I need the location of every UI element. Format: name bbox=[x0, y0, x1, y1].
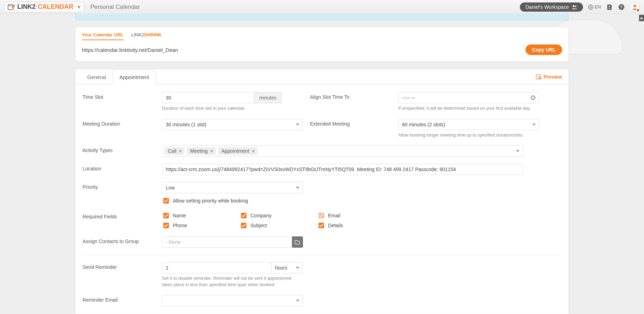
required-company[interactable]: Company bbox=[239, 212, 314, 219]
preview-label: Preview bbox=[543, 74, 562, 80]
label-time-slot: Time Slot bbox=[83, 92, 155, 100]
link2shrink-part1: LINK2 bbox=[131, 32, 144, 37]
info-banner bbox=[75, 14, 569, 20]
required-subject[interactable]: Subject bbox=[239, 222, 314, 229]
app-name-part2: CALENDAR bbox=[38, 3, 73, 11]
label-align-slot: Align Slot Time To bbox=[310, 92, 391, 100]
tab-your-calendar-url[interactable]: Your Calendar URL bbox=[82, 32, 123, 40]
copy-url-button[interactable]: Copy URL bbox=[525, 44, 562, 55]
people-icon bbox=[572, 5, 577, 10]
svg-point-2 bbox=[573, 5, 575, 7]
language-selector[interactable]: EN bbox=[588, 4, 601, 10]
send-reminder-help: Set 0 to disable reminder. Reminder will… bbox=[162, 276, 303, 288]
location-input[interactable] bbox=[162, 164, 523, 175]
required-name[interactable]: Name bbox=[162, 212, 236, 219]
help-icon[interactable]: ? bbox=[618, 4, 625, 11]
top-bar: LINK2CALENDAR ▼ Personal Calendar Daniel… bbox=[0, 0, 644, 14]
label-reminder-email: Reminder Email bbox=[83, 295, 155, 303]
label-send-reminder: Send Reminder bbox=[83, 262, 155, 270]
settings-card: General Appointment Preview Time Slot mi… bbox=[75, 69, 569, 314]
tab-appointment[interactable]: Appointment bbox=[113, 70, 156, 84]
browse-group-button[interactable] bbox=[292, 236, 303, 248]
tag-remove-icon[interactable]: ✕ bbox=[251, 149, 255, 154]
label-required-fields: Required Fields bbox=[83, 212, 155, 219]
calendar-edit-icon bbox=[7, 3, 15, 11]
label-extended-meeting: Extended Meeting bbox=[310, 119, 391, 127]
svg-rect-5 bbox=[607, 4, 612, 10]
svg-point-9 bbox=[633, 4, 636, 7]
svg-line-12 bbox=[540, 78, 541, 79]
svg-point-11 bbox=[538, 77, 540, 78]
app-logo-button[interactable]: LINK2CALENDAR ▼ bbox=[4, 2, 84, 12]
allow-priority-checkbox[interactable] bbox=[163, 198, 169, 204]
align-slot-input[interactable] bbox=[398, 92, 539, 103]
send-reminder-unit-select[interactable]: hours bbox=[271, 262, 303, 273]
workspace-label: Daniel's Workspace bbox=[525, 4, 569, 10]
preview-link[interactable]: Preview bbox=[534, 70, 564, 84]
activity-types-input[interactable]: Call✕ Meeting✕ Appointment✕ bbox=[162, 145, 523, 157]
tag-remove-icon[interactable]: ✕ bbox=[210, 149, 214, 154]
extended-meeting-select[interactable]: 60 minutes (2 slots) bbox=[398, 119, 539, 130]
tag-remove-icon[interactable]: ✕ bbox=[178, 149, 182, 154]
tab-link2shrink[interactable]: LINK2SHRINK bbox=[131, 32, 162, 40]
required-email[interactable]: Email bbox=[317, 212, 391, 219]
svg-point-3 bbox=[575, 5, 576, 7]
meeting-duration-select[interactable]: 30 minutes (1 slot) bbox=[162, 119, 303, 130]
time-slot-input[interactable] bbox=[162, 92, 254, 103]
svg-text:?: ? bbox=[620, 5, 623, 9]
scroll-up-button[interactable] bbox=[639, 15, 644, 21]
label-meeting-duration: Meeting Duration bbox=[83, 119, 155, 127]
svg-point-6 bbox=[609, 6, 610, 7]
tag-meeting: Meeting✕ bbox=[187, 147, 216, 155]
badge-icon[interactable] bbox=[606, 4, 613, 11]
workspace-button[interactable]: Daniel's Workspace bbox=[520, 2, 583, 12]
chevron-down-icon: ▼ bbox=[77, 5, 81, 9]
assign-group-input[interactable] bbox=[162, 236, 292, 248]
notification-dot-icon bbox=[637, 9, 639, 12]
required-phone[interactable]: Phone bbox=[162, 222, 236, 229]
tab-general[interactable]: General bbox=[80, 70, 113, 84]
label-assign-group: Assign Contacts to Group bbox=[83, 236, 155, 244]
allow-priority-checkbox-row[interactable]: Allow setting priority while booking bbox=[162, 197, 523, 205]
time-slot-unit: minutes bbox=[254, 92, 282, 103]
link2shrink-part2: SHRINK bbox=[144, 32, 162, 37]
calendar-url-value: https://calendar.linktivity.net/Daniel_D… bbox=[82, 47, 178, 53]
preview-icon bbox=[536, 74, 541, 80]
app-name-part1: LINK2 bbox=[17, 3, 36, 11]
send-reminder-input[interactable] bbox=[162, 262, 271, 273]
allow-priority-label: Allow setting priority while booking bbox=[173, 198, 248, 204]
label-priority: Priority bbox=[83, 182, 155, 190]
align-slot-help: If unspecified, it will be determined ba… bbox=[398, 105, 539, 112]
breadcrumb: Personal Calendar bbox=[90, 4, 140, 11]
extended-meeting-help: Allow booking longer meeting time up to … bbox=[398, 132, 539, 139]
globe-icon bbox=[588, 4, 594, 10]
tag-call: Call✕ bbox=[164, 147, 184, 155]
tag-appointment: Appointment✕ bbox=[218, 147, 257, 155]
section-divider bbox=[83, 255, 561, 256]
time-slot-help: Duration of each time slot in your calen… bbox=[162, 105, 303, 112]
priority-select[interactable]: Low bbox=[162, 182, 303, 193]
label-activity-types: Activity Types bbox=[83, 145, 155, 153]
required-details[interactable]: Details bbox=[317, 222, 391, 229]
label-location: Location bbox=[83, 164, 155, 171]
calendar-url-card: Your Calendar URL LINK2SHRINK https://ca… bbox=[75, 27, 569, 62]
avatar-button[interactable] bbox=[630, 2, 640, 12]
language-label: EN bbox=[595, 4, 601, 10]
reminder-email-select[interactable] bbox=[162, 295, 303, 306]
